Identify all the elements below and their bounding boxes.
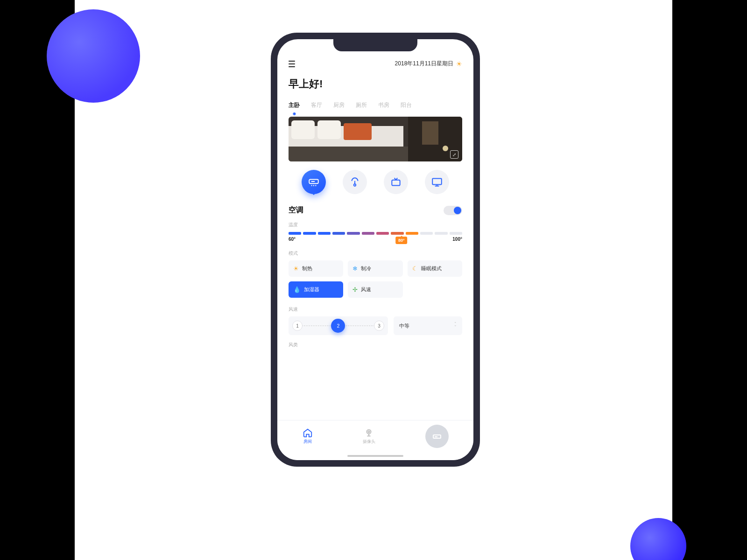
svg-rect-7 (422, 121, 438, 145)
svg-point-8 (443, 146, 448, 151)
mode-label: 风速 (361, 286, 371, 293)
svg-point-23 (368, 431, 370, 433)
temperature-slider[interactable] (289, 232, 462, 235)
menu-icon[interactable] (289, 61, 295, 67)
fan-speed-select[interactable]: 中等 ˄˅ (394, 316, 462, 335)
svg-point-22 (366, 430, 371, 434)
nav-room[interactable]: 房间 (303, 427, 313, 445)
room-tabs: 主卧客厅厨房厕所书房阳台 (289, 101, 462, 116)
temp-current-badge: 80° (395, 237, 408, 244)
mode-label: 制冷 (361, 265, 371, 272)
mode-icon: 💧 (293, 286, 301, 293)
device-selector (289, 170, 462, 194)
device-ac-button[interactable] (302, 170, 326, 194)
weather-sun-icon: ☀ (456, 60, 462, 68)
mode-icon: ❄ (352, 265, 358, 272)
mode-label: 加湿器 (304, 286, 319, 293)
svg-rect-5 (289, 147, 413, 161)
room-tab-2[interactable]: 厨房 (333, 101, 345, 116)
svg-point-15 (354, 184, 356, 186)
mode-button-1[interactable]: ❄制冷 (348, 260, 402, 277)
room-tab-0[interactable]: 主卧 (289, 101, 300, 116)
decoration-circle-bottom (630, 518, 686, 560)
mode-icon: ☀ (293, 265, 299, 272)
temp-max: 100° (452, 237, 462, 242)
mode-button-0[interactable]: ☀制热 (289, 260, 343, 277)
room-tab-1[interactable]: 客厅 (311, 101, 322, 116)
svg-rect-16 (392, 180, 400, 186)
home-indicator (347, 455, 403, 457)
device-lamp-button[interactable] (343, 170, 367, 194)
greeting-text: 早上好! (289, 77, 462, 91)
mode-label: 睡眠模式 (421, 265, 442, 272)
phone-frame: 2018年11月11日星期日 ☀ 早上好! 主卧客厅厨房厕所书房阳台 (271, 33, 480, 467)
temp-min: 60° (289, 237, 296, 242)
nav-camera-label: 摄像头 (363, 439, 375, 445)
device-monitor-button[interactable] (425, 170, 449, 194)
select-chevron-icon: ˄˅ (454, 322, 457, 329)
mode-icon: ☾ (412, 265, 418, 272)
mode-grid: ☀制热❄制冷☾睡眠模式💧加湿器✢风速 (289, 260, 462, 298)
expand-icon[interactable] (450, 150, 458, 159)
ac-section-title: 空调 (289, 205, 303, 215)
svg-rect-19 (432, 178, 442, 184)
mode-button-2[interactable]: ☾睡眠模式 (408, 260, 462, 277)
room-tab-5[interactable]: 阳台 (401, 101, 412, 116)
temperature-label: 温度 (289, 222, 462, 228)
mode-label: 制热 (302, 265, 312, 272)
svg-rect-4 (344, 123, 372, 140)
room-tab-4[interactable]: 书房 (378, 101, 389, 116)
decoration-circle-top (47, 9, 140, 103)
mode-icon: ✢ (352, 286, 358, 293)
phone-notch (333, 39, 417, 51)
nav-camera[interactable]: 摄像头 (363, 427, 375, 445)
fan-speed-slider[interactable]: 123 (289, 316, 388, 335)
mode-label: 模式 (289, 250, 462, 257)
wind-type-label: 风类 (289, 342, 462, 348)
svg-rect-3 (317, 120, 341, 139)
fan-label: 风速 (289, 306, 462, 313)
device-tv-button[interactable] (384, 170, 408, 194)
ac-power-toggle[interactable] (444, 206, 462, 215)
svg-rect-2 (291, 120, 315, 139)
mode-button-3[interactable]: 💧加湿器 (289, 281, 343, 298)
nav-fab-button[interactable] (425, 425, 449, 448)
date-text: 2018年11月11日星期日 (395, 60, 453, 68)
header-date: 2018年11月11日星期日 ☀ (395, 60, 462, 68)
bottom-nav: 房间 摄像头 (277, 420, 473, 460)
fan-step-3[interactable]: 3 (374, 321, 384, 331)
mode-button-4[interactable]: ✢风速 (348, 281, 402, 298)
phone-screen: 2018年11月11日星期日 ☀ 早上好! 主卧客厅厨房厕所书房阳台 (277, 39, 473, 460)
room-photo[interactable] (289, 117, 462, 161)
nav-room-label: 房间 (303, 439, 312, 445)
fan-step-2[interactable]: 2 (331, 319, 345, 333)
fan-select-value: 中等 (399, 322, 409, 329)
room-tab-3[interactable]: 厕所 (356, 101, 367, 116)
fan-step-1[interactable]: 1 (292, 321, 303, 331)
